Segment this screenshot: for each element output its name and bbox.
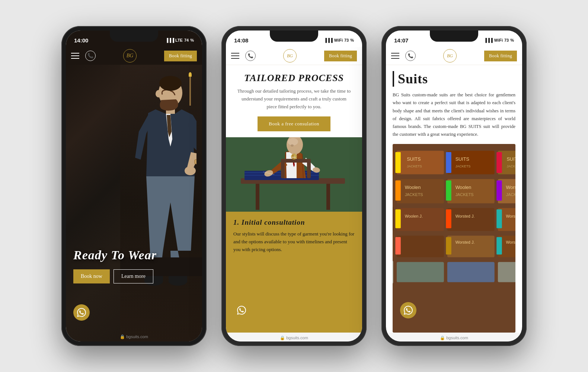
svg-rect-75 <box>393 234 393 257</box>
hamburger-icon-1[interactable] <box>71 51 82 61</box>
url-bar-1: 🔒 bgsuits.com <box>120 334 148 339</box>
suits-description: BG Suits custom-made suits are the best … <box>393 91 515 139</box>
signal-3: ▐▐▐ <box>484 38 492 42</box>
time-3: 14:07 <box>394 37 408 44</box>
book-now-btn[interactable]: Book now <box>73 269 110 283</box>
svg-text:JACKETS: JACKETS <box>456 164 471 168</box>
phone-icon-2[interactable]: 📞 <box>245 51 256 61</box>
svg-text:BG: BG <box>292 156 296 159</box>
notch-1 <box>110 31 158 42</box>
svg-rect-67 <box>395 209 401 228</box>
svg-rect-47 <box>393 177 393 203</box>
svg-text:Worsted J.: Worsted J. <box>456 240 475 244</box>
hamburger-icon-3[interactable] <box>391 51 402 61</box>
svg-rect-9 <box>195 160 196 164</box>
phone2-main: Tailored process Through our detailed ta… <box>226 65 362 341</box>
svg-rect-56 <box>446 180 451 200</box>
svg-text:Worsted J.: Worsted J. <box>506 240 515 244</box>
svg-rect-6 <box>169 275 187 283</box>
signal-2: ▐▐▐ <box>324 38 332 42</box>
notch-2 <box>270 31 318 42</box>
logo-1: BG <box>123 49 137 62</box>
phone-icon-3[interactable]: 📞 <box>405 51 416 61</box>
url-bar-3: 🔒 bgsuits.com <box>386 333 522 341</box>
phone2-body: Tailored process Through our detailed ta… <box>226 65 362 333</box>
nav-left-3: 📞 <box>391 51 416 61</box>
svg-rect-81 <box>446 237 451 254</box>
tailor-svg: BG <box>226 137 362 212</box>
svg-rect-12 <box>256 184 259 210</box>
status-icons-2: ▐▐▐ WiFi 73 % <box>324 38 354 42</box>
svg-rect-70 <box>446 209 451 228</box>
phone-2: 14:08 ▐▐▐ WiFi 73 % 📞 BG Book fitting <box>221 26 367 346</box>
nav-left-1: 📞 <box>71 51 96 61</box>
book-fitting-btn-3[interactable]: Book fitting <box>484 51 517 61</box>
phone-1: 14:00 ▐▐▐ LTE 74 % 📞 BG Book fitting <box>61 26 207 346</box>
logo-3: BG <box>443 49 457 62</box>
svg-text:Worsted J.: Worsted J. <box>456 214 475 218</box>
status-icons-3: ▐▐▐ WiFi 73 % <box>484 38 514 42</box>
svg-text:JACKETS: JACKETS <box>407 164 422 168</box>
svg-rect-79 <box>395 237 401 254</box>
logo-2: BG <box>283 49 297 62</box>
time-2: 14:08 <box>234 37 248 44</box>
tailored-process-subtitle: Through our detailed tailoring process, … <box>226 87 362 116</box>
svg-text:JACKETS: JACKETS <box>456 192 474 196</box>
whatsapp-fab-2[interactable] <box>233 302 250 318</box>
free-consultation-btn[interactable]: Book a free consulation <box>258 116 330 131</box>
phone3-main: Suits BG Suits custom-made suits are the… <box>386 65 522 341</box>
svg-text:Worsted J.: Worsted J. <box>506 214 515 218</box>
consultation-title: 1. Initial consultation <box>233 218 355 227</box>
svg-rect-60 <box>496 180 502 200</box>
svg-rect-66 <box>397 208 444 231</box>
svg-point-7 <box>159 76 182 91</box>
svg-text:Woolen J.: Woolen J. <box>405 214 423 218</box>
svg-rect-69 <box>447 208 495 231</box>
phone-icon-1[interactable]: 📞 <box>85 51 96 61</box>
svg-text:SUITS: SUITS <box>407 157 421 162</box>
fabric-image: SUITS JACKETS SUITS JACKETS SUITS JACKET… <box>393 144 515 333</box>
battery-icon: 74 <box>184 38 189 42</box>
book-fitting-btn-1[interactable]: Book fitting <box>164 51 197 61</box>
hero-buttons: Book now Learn more <box>73 269 157 283</box>
hero-title: Ready to wear <box>73 248 157 262</box>
battery-2: 73 <box>344 38 349 42</box>
learn-more-btn[interactable]: Learn more <box>114 269 153 283</box>
svg-text:SUITS: SUITS <box>506 157 515 162</box>
tailored-process-title: Tailored process <box>226 65 362 87</box>
svg-text:Worsted: Worsted <box>506 185 515 190</box>
battery-3: 73 <box>504 38 509 42</box>
suits-body: Suits BG Suits custom-made suits are the… <box>386 65 522 333</box>
svg-rect-44 <box>496 152 502 173</box>
whatsapp-fab-3[interactable] <box>400 302 416 318</box>
wifi-icon-2: WiFi <box>334 38 343 42</box>
svg-text:JACKETS: JACKETS <box>405 192 423 196</box>
consultation-image: BG <box>226 137 362 212</box>
book-fitting-btn-2[interactable]: Book fitting <box>324 51 357 61</box>
whatsapp-fab-1[interactable] <box>73 304 90 321</box>
svg-text:JACKETS: JACKETS <box>506 192 515 196</box>
svg-text:Woolen: Woolen <box>456 185 472 190</box>
status-icons-1: ▐▐▐ LTE 74 % <box>166 38 194 42</box>
svg-rect-25 <box>281 159 311 163</box>
svg-rect-39 <box>447 151 495 174</box>
notch-3 <box>430 31 478 42</box>
svg-rect-86 <box>393 260 393 283</box>
svg-rect-36 <box>395 152 401 173</box>
svg-rect-73 <box>496 209 502 228</box>
svg-text:JACKETS: JACKETS <box>506 164 515 168</box>
svg-rect-88 <box>447 262 495 282</box>
svg-rect-80 <box>447 235 495 257</box>
consultation-section: 1. Initial consultation Our stylists wil… <box>226 212 362 333</box>
svg-rect-52 <box>395 180 401 200</box>
hamburger-icon-2[interactable] <box>231 51 242 61</box>
svg-text:Woolen: Woolen <box>405 185 421 190</box>
svg-rect-40 <box>446 152 451 173</box>
nav-bar-2: 📞 BG Book fitting <box>226 47 362 65</box>
nav-bar-3: 📞 BG Book fitting <box>386 47 522 65</box>
svg-point-22 <box>291 144 294 147</box>
svg-rect-55 <box>447 179 495 203</box>
svg-rect-35 <box>397 151 444 174</box>
svg-rect-78 <box>397 235 444 257</box>
svg-point-8 <box>156 90 162 97</box>
